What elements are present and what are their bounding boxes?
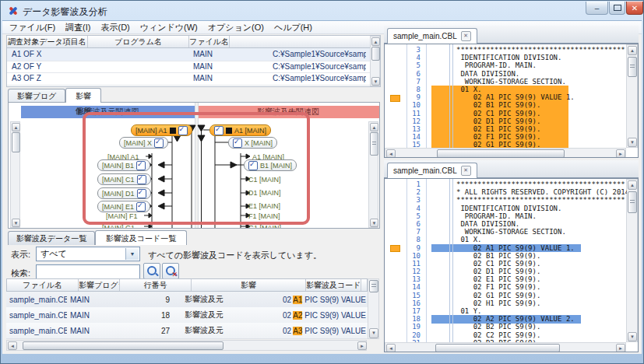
scroll-up-icon[interactable]: ▲ [628, 46, 637, 55]
code-line[interactable]: 5 PROGRAM-ID. MAIN. [385, 212, 627, 220]
editor-bottom[interactable]: 1 **************************************… [384, 178, 639, 352]
editor-top-hscrollbar[interactable]: ◄ ► [385, 148, 626, 158]
scroll-up-icon[interactable]: ▲ [628, 180, 637, 190]
code-line[interactable]: 13 02 E1 PIC S9(9). [385, 275, 627, 283]
scroll-up-icon[interactable]: ▲ [370, 123, 378, 131]
code-line[interactable]: 3 **************************************… [385, 196, 627, 204]
code-line[interactable]: 3 **************************************… [385, 46, 627, 54]
target-data-table[interactable]: 調査対象データ項目名プログラム名ファイル名 A1 OF X MAIN C:¥Sa… [6, 35, 381, 87]
diagram-node-dest-b1[interactable]: B1 [MAIN] [244, 159, 297, 171]
scroll-up-icon[interactable]: ▲ [12, 123, 20, 131]
diagram-label-source-f1[interactable]: [MAIN] F1 [106, 212, 138, 220]
code-line[interactable]: 12 02 D1 PIC S9(9). [385, 117, 627, 125]
editor-top[interactable]: 3 **************************************… [384, 44, 639, 158]
scroll-left-icon[interactable]: ◄ [386, 149, 396, 158]
code-line[interactable]: 1 **************************************… [385, 180, 627, 188]
code-line[interactable]: 8 01 X. [385, 236, 627, 243]
diagram-node-source-e1[interactable]: [MAIN] E1 [97, 201, 150, 212]
diagram-node-source-d1[interactable]: [MAIN] D1 [97, 187, 151, 199]
scroll-left-icon[interactable]: ◄ [386, 344, 396, 352]
scrollbar-thumb[interactable] [628, 191, 637, 213]
tab-impact-code-list[interactable]: 影響波及コード一覧 [95, 230, 187, 245]
table-row[interactable]: sample_main.CBL MAIN 9 影響波及元 02 A1 PIC S… [6, 292, 368, 308]
code-line[interactable]: 4 IDENTIFICATION DIVISION. [385, 54, 627, 61]
scrollbar-thumb[interactable] [369, 280, 378, 292]
column-header[interactable]: 調査対象データ項目名 [7, 36, 88, 47]
diagram-node-dest-x[interactable]: X [MAIN] [228, 137, 277, 149]
search-input[interactable] [36, 264, 140, 279]
code-line[interactable]: 11 02 C1 PIC S9(9). [385, 110, 627, 117]
scrollbar-thumb[interactable] [370, 132, 378, 156]
code-line[interactable]: 19 02 B2 PIC S9(9). [385, 323, 627, 331]
chevron-down-icon[interactable]: ▼ [125, 248, 139, 260]
table-row[interactable]: sample_main.CBL MAIN 18 影響波及元 02 A2 PIC … [6, 307, 368, 324]
scroll-right-icon[interactable]: ► [357, 341, 367, 350]
menu-item[interactable]: ヘルプ(H) [274, 22, 312, 33]
filter-dropdown[interactable]: すべて ▼ [36, 247, 140, 261]
scroll-down-icon[interactable]: ▼ [628, 138, 637, 147]
checkbox[interactable] [137, 189, 146, 198]
code-line[interactable]: 20 02 C2 PIC S9(9). [385, 331, 627, 339]
diagram-node-source-x[interactable]: [MAIN] X [119, 137, 168, 149]
diagram-node-dest-a1[interactable]: A1 [MAIN] [209, 124, 271, 136]
column-header[interactable]: 影響波及コード [306, 279, 361, 291]
scrollbar-thumb[interactable] [12, 132, 20, 152]
checkbox[interactable] [178, 126, 188, 135]
scrollbar-thumb[interactable] [435, 344, 560, 352]
scrollbar-thumb[interactable] [628, 57, 637, 77]
minimize-button[interactable]: – [586, 2, 608, 15]
scrollbar-thumb[interactable] [23, 341, 223, 350]
diagram-node-source-c1[interactable]: [MAIN] C1 [97, 173, 151, 185]
menu-item[interactable]: 調査(I) [65, 22, 90, 33]
result-table-hscrollbar[interactable]: ◄ ► [6, 340, 367, 351]
code-line[interactable]: 15 02 G1 PIC S9(9). [385, 141, 627, 148]
code-line[interactable]: 6 DATA DIVISION. [385, 220, 627, 228]
scroll-down-icon[interactable]: ▼ [12, 219, 20, 227]
diagram-label-source-g1[interactable]: [MAIN] G1 [102, 224, 135, 229]
code-line[interactable]: 7 WORKING-STORAGE SECTION. [385, 78, 627, 86]
column-header[interactable]: 影響プログラム名 [79, 279, 120, 291]
diagram-label-dest-g1[interactable]: G1 [MAIN] [248, 224, 281, 229]
tab-impact-location[interactable]: 影響個所 [65, 88, 101, 103]
menu-item[interactable]: 表示(D) [100, 22, 129, 33]
diagram-label-dest-f1[interactable]: F1 [MAIN] [248, 212, 280, 220]
code-line[interactable]: 14 02 F1 PIC S9(9). [385, 283, 627, 291]
code-line[interactable]: 18 02 A2 PIC S9(9) VALUE 2. [385, 315, 627, 323]
scroll-up-icon[interactable]: ▲ [371, 37, 380, 46]
table-row[interactable]: sample_main.CBL MAIN 27 影響波及元 02 A3 PIC … [6, 323, 368, 339]
diagram-label-dest-d1[interactable]: D1 [MAIN] [248, 189, 281, 197]
scrollbar-thumb[interactable] [437, 149, 565, 158]
checkbox[interactable] [214, 126, 223, 135]
target-table-scrollbar[interactable]: ▲ ▼ [370, 36, 380, 86]
editor-top-tab[interactable]: sample_main.CBL ✕ [387, 28, 477, 44]
code-line[interactable]: 12 02 D1 PIC S9(9). [385, 268, 627, 275]
code-line[interactable]: 8 01 X. [385, 86, 627, 93]
search-button[interactable] [143, 263, 160, 279]
close-tab-icon[interactable]: ✕ [461, 31, 471, 41]
scroll-right-icon[interactable]: ► [616, 344, 625, 352]
scrollbar-thumb[interactable] [371, 47, 380, 61]
menu-item[interactable]: ファイル(F) [9, 22, 55, 33]
scroll-down-icon[interactable]: ▼ [370, 219, 378, 227]
diagram-node-source-b1[interactable]: [MAIN] B1 [97, 159, 150, 171]
impact-diagram[interactable]: 影響波及元関連図 影響波及先関連図 [8, 102, 380, 229]
diagram-right-scrollbar[interactable]: ▲ ▼ [368, 121, 378, 228]
column-header[interactable]: プログラム名 [88, 36, 189, 47]
code-line[interactable]: 16 02 H1 PIC S9(9). [385, 299, 627, 307]
checkbox[interactable] [154, 138, 164, 148]
checkbox[interactable] [136, 202, 146, 212]
code-line[interactable]: 14 02 F1 PIC S9(9). [385, 133, 627, 141]
code-line[interactable]: 17 01 Y. [385, 307, 627, 315]
code-line[interactable]: 10 02 B1 PIC S9(9). [385, 252, 627, 260]
checkbox[interactable] [137, 175, 146, 184]
table-row[interactable]: A1 OF X MAIN C:¥Sample1¥Source¥sampl [7, 48, 371, 61]
diagram-label-dest-c1[interactable]: C1 [MAIN] [248, 176, 281, 184]
editor-top-vscrollbar[interactable]: ▲ ▼ [626, 44, 638, 148]
menu-item[interactable]: ウィンドウ(W) [140, 22, 198, 33]
scroll-down-icon[interactable]: ▼ [369, 328, 378, 338]
title-bar[interactable]: データ影響波及分析 – ✕ [1, 1, 643, 20]
diagram-node-source-a1[interactable]: [MAIN] A1 [131, 124, 192, 136]
scroll-down-icon[interactable]: ▼ [371, 77, 380, 86]
code-line[interactable]: 7 WORKING-STORAGE SECTION. [385, 228, 627, 236]
editor-bottom-tab[interactable]: sample_main.CBL ✕ [387, 163, 477, 178]
